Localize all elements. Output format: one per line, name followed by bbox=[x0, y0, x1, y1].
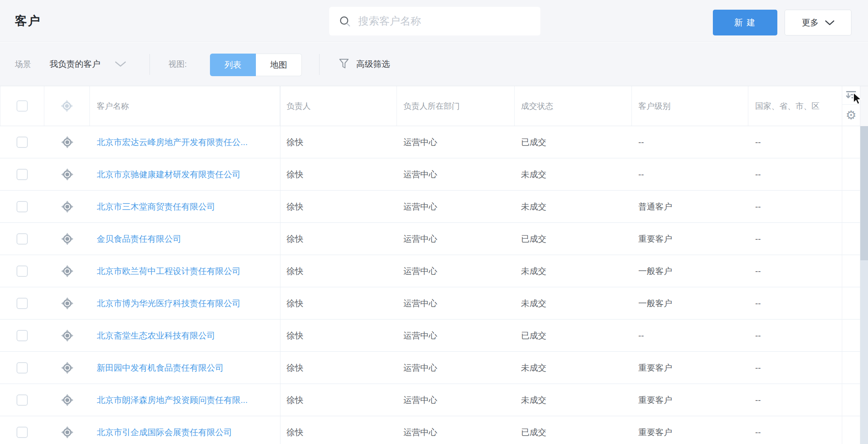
search-box[interactable] bbox=[329, 7, 540, 35]
customer-table: 客户名称 负责人 负责人所在部门 成交状态 客户级别 国家、省、市、区 北京市宏… bbox=[0, 86, 868, 444]
export-button[interactable] bbox=[842, 86, 860, 105]
vertical-scrollbar[interactable] bbox=[860, 86, 868, 444]
status-cell: 未成交 bbox=[515, 298, 632, 309]
advanced-filter-button[interactable]: 高级筛选 bbox=[339, 42, 390, 86]
status-cell: 未成交 bbox=[515, 394, 632, 406]
customer-name-link[interactable]: 北京市朗泽森房地产投资顾问责任有限... bbox=[97, 395, 248, 405]
dept-cell: 运营中心 bbox=[397, 169, 515, 180]
gear-icon: ⚙ bbox=[846, 109, 857, 121]
select-all-checkbox[interactable] bbox=[17, 100, 28, 112]
customer-name-link[interactable]: 北京市博为华光医疗科技责任有限公司 bbox=[97, 299, 241, 308]
table-row: 金贝食品责任有限公司 徐快 运营中心 已成交 重要客户 -- bbox=[0, 223, 860, 255]
status-cell: 已成交 bbox=[515, 427, 632, 438]
level-cell: 重要客户 bbox=[632, 233, 748, 245]
dept-cell: 运营中心 bbox=[397, 394, 515, 406]
region-cell: -- bbox=[748, 363, 842, 373]
more-button-label: 更多 bbox=[802, 17, 819, 28]
table-row: 北京市朗泽森房地产投资顾问责任有限... 徐快 运营中心 未成交 重要客户 -- bbox=[0, 384, 860, 416]
row-checkbox[interactable] bbox=[17, 233, 28, 245]
level-cell: -- bbox=[632, 137, 748, 147]
level-cell: -- bbox=[632, 170, 748, 179]
scrollbar-thumb[interactable] bbox=[860, 126, 868, 260]
target-bullseye-icon bbox=[61, 361, 74, 374]
view-label: 视图: bbox=[168, 59, 187, 70]
table-header-row: 客户名称 负责人 负责人所在部门 成交状态 客户级别 国家、省、市、区 bbox=[0, 86, 860, 126]
level-cell: 重要客户 bbox=[632, 394, 748, 406]
row-checkbox[interactable] bbox=[17, 169, 28, 180]
row-checkbox[interactable] bbox=[17, 137, 28, 148]
customer-name-link[interactable]: 北京市引企成国际会展责任有限公司 bbox=[97, 427, 232, 437]
region-cell: -- bbox=[748, 234, 842, 244]
search-icon bbox=[339, 15, 351, 27]
table-row: 北京市京驰健康建材研发有限责任公司 徐快 运营中心 未成交 -- -- bbox=[0, 158, 860, 191]
row-checkbox[interactable] bbox=[17, 394, 28, 406]
export-down-icon bbox=[845, 90, 857, 101]
target-bullseye-icon bbox=[61, 232, 74, 245]
view-option-list[interactable]: 列表 bbox=[210, 54, 256, 76]
dept-cell: 运营中心 bbox=[397, 266, 515, 277]
target-bullseye-icon bbox=[61, 426, 74, 439]
row-checkbox[interactable] bbox=[17, 427, 28, 438]
customer-name-link[interactable]: 北京市京驰健康建材研发有限责任公司 bbox=[97, 170, 241, 179]
dept-cell: 运营中心 bbox=[397, 137, 515, 148]
create-button[interactable]: 新 建 bbox=[713, 10, 777, 35]
target-column-header bbox=[44, 86, 90, 126]
column-header-name: 客户名称 bbox=[90, 86, 280, 126]
target-bullseye-icon bbox=[61, 136, 74, 149]
status-cell: 未成交 bbox=[515, 201, 632, 212]
table-row: 北京市博为华光医疗科技责任有限公司 徐快 运营中心 未成交 一般客户 -- bbox=[0, 287, 860, 320]
level-cell: -- bbox=[632, 331, 748, 340]
owner-cell: 徐快 bbox=[280, 137, 397, 148]
owner-cell: 徐快 bbox=[280, 169, 397, 180]
dept-cell: 运营中心 bbox=[397, 233, 515, 245]
table-row: 北京市三木堂商贸责任有限公司 徐快 运营中心 未成交 普通客户 -- bbox=[0, 191, 860, 223]
chevron-down-icon[interactable] bbox=[115, 61, 126, 67]
row-checkbox[interactable] bbox=[17, 330, 28, 341]
region-cell: -- bbox=[748, 266, 842, 276]
row-checkbox[interactable] bbox=[17, 266, 28, 277]
column-settings-button[interactable]: ⚙ bbox=[842, 105, 860, 126]
target-bullseye-icon bbox=[61, 394, 74, 407]
toolbar-divider bbox=[150, 54, 150, 75]
row-checkbox[interactable] bbox=[17, 201, 28, 212]
region-cell: -- bbox=[748, 202, 842, 212]
search-input[interactable] bbox=[358, 15, 532, 27]
table-tools-column: ⚙ bbox=[842, 86, 860, 444]
owner-cell: 徐快 bbox=[280, 233, 397, 245]
customer-name-link[interactable]: 北京市欧兰荷中工程设计责任有限公司 bbox=[97, 266, 241, 276]
target-bullseye-icon bbox=[61, 297, 74, 310]
row-checkbox[interactable] bbox=[17, 362, 28, 373]
region-cell: -- bbox=[748, 331, 842, 340]
dept-cell: 运营中心 bbox=[397, 427, 515, 438]
view-option-map[interactable]: 地图 bbox=[256, 54, 302, 76]
customer-name-link[interactable]: 新田园中发有机食品责任有限公司 bbox=[97, 363, 224, 372]
status-cell: 未成交 bbox=[515, 169, 632, 180]
owner-cell: 徐快 bbox=[280, 266, 397, 277]
column-header-dept: 负责人所在部门 bbox=[397, 86, 515, 126]
target-bullseye-icon bbox=[61, 200, 74, 213]
region-cell: -- bbox=[748, 395, 842, 405]
dept-cell: 运营中心 bbox=[397, 330, 515, 341]
column-header-region: 国家、省、市、区 bbox=[748, 86, 842, 126]
customer-name-link[interactable]: 金贝食品责任有限公司 bbox=[97, 234, 181, 243]
dept-cell: 运营中心 bbox=[397, 362, 515, 373]
customer-name-link[interactable]: 北京斋堂生态农业科技有限公司 bbox=[97, 331, 215, 340]
status-cell: 已成交 bbox=[515, 233, 632, 245]
owner-cell: 徐快 bbox=[280, 201, 397, 212]
view-toggle: 列表 地图 bbox=[210, 54, 302, 76]
row-checkbox[interactable] bbox=[17, 298, 28, 309]
scene-selector[interactable]: 我负责的客户 bbox=[50, 58, 100, 70]
status-cell: 未成交 bbox=[515, 362, 632, 373]
owner-cell: 徐快 bbox=[280, 427, 397, 438]
filter-funnel-icon bbox=[339, 58, 349, 70]
dept-cell: 运营中心 bbox=[397, 201, 515, 212]
table-body: 北京市宏达云峰房地产开发有限责任公... 徐快 运营中心 已成交 -- -- 北… bbox=[0, 126, 860, 444]
customer-name-link[interactable]: 北京市宏达云峰房地产开发有限责任公... bbox=[97, 137, 248, 147]
level-cell: 普通客户 bbox=[632, 201, 748, 212]
more-button[interactable]: 更多 bbox=[785, 10, 851, 35]
customer-name-link[interactable]: 北京市三木堂商贸责任有限公司 bbox=[97, 202, 215, 211]
level-cell: 一般客户 bbox=[632, 266, 748, 277]
table-row: 北京市欧兰荷中工程设计责任有限公司 徐快 运营中心 未成交 一般客户 -- bbox=[0, 255, 860, 287]
status-cell: 已成交 bbox=[515, 137, 632, 148]
scrollbar-top-spacer bbox=[860, 86, 868, 126]
